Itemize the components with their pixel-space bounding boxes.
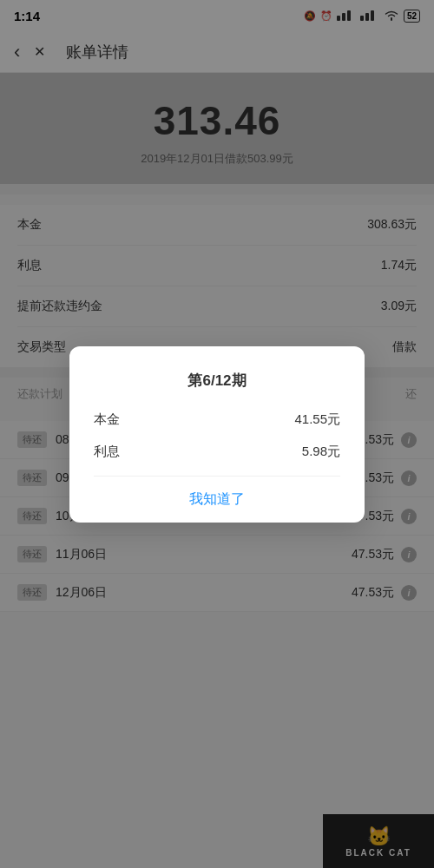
modal-interest-label: 利息	[94, 444, 120, 460]
modal-overlay: 第6/12期 本金 41.55元 利息 5.98元 我知道了	[0, 0, 434, 868]
modal-principal-value: 41.55元	[294, 411, 340, 428]
modal-confirm-button[interactable]: 我知道了	[94, 477, 340, 523]
modal-box: 第6/12期 本金 41.55元 利息 5.98元 我知道了	[69, 346, 365, 523]
modal-interest-value: 5.98元	[302, 444, 340, 460]
modal-row-principal: 本金 41.55元	[94, 411, 340, 428]
modal-title: 第6/12期	[94, 371, 340, 391]
modal-row-interest: 利息 5.98元	[94, 444, 340, 460]
modal-principal-label: 本金	[94, 411, 120, 428]
